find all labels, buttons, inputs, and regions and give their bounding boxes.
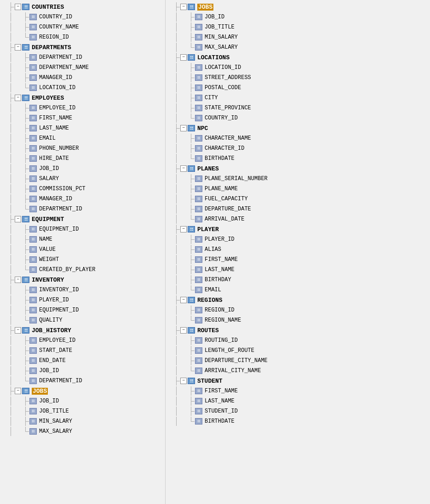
- field-row[interactable]: ☷EQUIPMENT_ID: [0, 224, 165, 234]
- table-row[interactable]: −☷PLANES: [166, 164, 430, 174]
- field-row[interactable]: ☷EMPLOYEE_ID: [0, 103, 165, 113]
- field-row[interactable]: ☷MAX_SALARY: [0, 426, 165, 436]
- field-row[interactable]: ☷POSTAL_CODE: [166, 83, 430, 93]
- expand-icon[interactable]: −: [15, 277, 21, 283]
- table-row[interactable]: −☷LOCATIONS: [166, 52, 430, 62]
- table-row[interactable]: −☷NPC: [166, 123, 430, 133]
- field-row[interactable]: ☷ARRIVAL_CITY_NAME: [166, 366, 430, 376]
- table-row[interactable]: −☷DEPARTMENTS: [0, 42, 165, 52]
- field-row[interactable]: ☷DEPARTMENT_ID: [0, 376, 165, 386]
- field-row[interactable]: ☷LOCATION_ID: [166, 62, 430, 73]
- field-row[interactable]: ☷MANAGER_ID: [0, 73, 165, 83]
- field-row[interactable]: ☷NAME: [0, 234, 165, 244]
- field-row[interactable]: ☷LAST_NAME: [166, 265, 430, 275]
- field-row[interactable]: ☷LAST_NAME: [166, 396, 430, 406]
- field-row[interactable]: ☷JOB_TITLE: [0, 406, 165, 416]
- field-row[interactable]: ☷START_DATE: [0, 345, 165, 356]
- field-row[interactable]: ☷DEPARTMENT_ID: [0, 204, 165, 214]
- field-row[interactable]: ☷DEPARTURE_DATE: [166, 204, 430, 214]
- field-row[interactable]: ☷MIN_SALARY: [166, 32, 430, 42]
- field-row[interactable]: ☷FIRST_NAME: [166, 255, 430, 265]
- field-row[interactable]: ☷CITY: [166, 93, 430, 103]
- field-row[interactable]: ☷BIRTHDATE: [166, 153, 430, 164]
- expand-icon[interactable]: −: [180, 297, 187, 303]
- field-row[interactable]: ☷FIRST_NAME: [166, 386, 430, 396]
- table-row[interactable]: −☷COUNTRIES: [0, 2, 165, 12]
- field-row[interactable]: ☷DEPARTMENT_NAME: [0, 62, 165, 73]
- expand-icon[interactable]: −: [180, 4, 187, 10]
- table-row[interactable]: −☷PLAYER: [166, 224, 430, 234]
- table-row[interactable]: −☷EMPLOYEES: [0, 93, 165, 103]
- expand-icon[interactable]: −: [180, 327, 187, 334]
- field-row[interactable]: ☷ALIAS: [166, 244, 430, 255]
- field-row[interactable]: ☷COUNTRY_ID: [0, 12, 165, 22]
- field-row[interactable]: ☷STUDENT_ID: [166, 406, 430, 416]
- field-row[interactable]: ☷DEPARTMENT_ID: [0, 52, 165, 62]
- expand-icon[interactable]: −: [180, 125, 187, 131]
- expand-icon[interactable]: −: [15, 44, 21, 51]
- table-row[interactable]: −☷JOBS: [0, 386, 165, 396]
- field-row[interactable]: ☷REGION_ID: [0, 32, 165, 42]
- field-row[interactable]: ☷QUALITY: [0, 315, 165, 325]
- field-row[interactable]: ☷PLANE_NAME: [166, 184, 430, 194]
- table-row[interactable]: −☷EQUIPMENT: [0, 214, 165, 224]
- field-row[interactable]: ☷ROUTING_ID: [166, 335, 430, 345]
- field-row[interactable]: ☷EQUIPMENT_ID: [0, 305, 165, 315]
- field-row[interactable]: ☷DEPARTURE_CITY_NAME: [166, 356, 430, 366]
- table-row[interactable]: −☷JOB_HISTORY: [0, 325, 165, 335]
- field-row[interactable]: ☷HIRE_DATE: [0, 153, 165, 164]
- field-row[interactable]: ☷END_DATE: [0, 356, 165, 366]
- field-row[interactable]: ☷COUNTRY_NAME: [0, 22, 165, 32]
- field-row[interactable]: ☷EMAIL: [0, 133, 165, 143]
- field-row[interactable]: ☷EMAIL: [166, 285, 430, 295]
- table-row[interactable]: −☷JOBS: [166, 2, 430, 12]
- field-row[interactable]: ☷LOCATION_ID: [0, 83, 165, 93]
- field-row[interactable]: ☷COUNTRY_ID: [166, 113, 430, 123]
- field-row[interactable]: ☷INVENTORY_ID: [0, 285, 165, 295]
- field-row[interactable]: ☷MAX_SALARY: [166, 42, 430, 52]
- table-row[interactable]: −☷ROUTES: [166, 325, 430, 335]
- field-row[interactable]: ☷JOB_TITLE: [166, 22, 430, 32]
- field-row[interactable]: ☷SALARY: [0, 174, 165, 184]
- table-row[interactable]: −☷INVENTORY: [0, 275, 165, 285]
- field-row[interactable]: ☷BIRTHDAY: [166, 275, 430, 285]
- field-row[interactable]: ☷FIRST_NAME: [0, 113, 165, 123]
- field-row[interactable]: ☷STREET_ADDRESS: [166, 73, 430, 83]
- field-row[interactable]: ☷CHARACTER_NAME: [166, 133, 430, 143]
- expand-icon[interactable]: −: [180, 165, 187, 172]
- expand-icon[interactable]: −: [180, 226, 187, 232]
- field-row[interactable]: ☷REGION_ID: [166, 305, 430, 315]
- expand-icon[interactable]: −: [180, 378, 187, 384]
- field-row[interactable]: ☷JOB_ID: [166, 12, 430, 22]
- field-row[interactable]: ☷JOB_ID: [0, 396, 165, 406]
- field-row[interactable]: ☷CHARACTER_ID: [166, 143, 430, 153]
- field-row[interactable]: ☷JOB_ID: [0, 164, 165, 174]
- field-row[interactable]: ☷PLANE_SERIAL_NUMBER: [166, 174, 430, 184]
- expand-icon[interactable]: −: [15, 327, 21, 334]
- field-row[interactable]: ☷EMPLOYEE_ID: [0, 335, 165, 345]
- field-row[interactable]: ☷LAST_NAME: [0, 123, 165, 133]
- field-row[interactable]: ☷MANAGER_ID: [0, 194, 165, 204]
- field-row[interactable]: ☷COMMISSION_PCT: [0, 184, 165, 194]
- field-row[interactable]: ☷MIN_SALARY: [0, 416, 165, 426]
- field-row[interactable]: ☷JOB_ID: [0, 366, 165, 376]
- field-row[interactable]: ☷PLAYER_ID: [0, 295, 165, 305]
- expand-icon[interactable]: −: [15, 388, 21, 394]
- table-row[interactable]: −☷STUDENT: [166, 376, 430, 386]
- field-row[interactable]: ☷REGION_NAME: [166, 315, 430, 325]
- field-row[interactable]: ☷PLAYER_ID: [166, 234, 430, 244]
- expand-icon[interactable]: −: [15, 216, 21, 222]
- field-row[interactable]: ☷FUEL_CAPACITY: [166, 194, 430, 204]
- field-row[interactable]: ☷LENGTH_OF_ROUTE: [166, 345, 430, 356]
- expand-icon[interactable]: −: [15, 4, 21, 10]
- expand-icon[interactable]: −: [15, 95, 21, 101]
- field-row[interactable]: ☷ARRIVAL_DATE: [166, 214, 430, 224]
- field-row[interactable]: ☷WEIGHT: [0, 255, 165, 265]
- field-row[interactable]: ☷CREATED_BY_PLAYER: [0, 265, 165, 275]
- field-row[interactable]: ☷PHONE_NUMBER: [0, 143, 165, 153]
- field-row[interactable]: ☷BIRTHDATE: [166, 416, 430, 426]
- field-row[interactable]: ☷STATE_PROVINCE: [166, 103, 430, 113]
- field-row[interactable]: ☷VALUE: [0, 244, 165, 255]
- table-row[interactable]: −☷REGIONS: [166, 295, 430, 305]
- expand-icon[interactable]: −: [180, 54, 187, 61]
